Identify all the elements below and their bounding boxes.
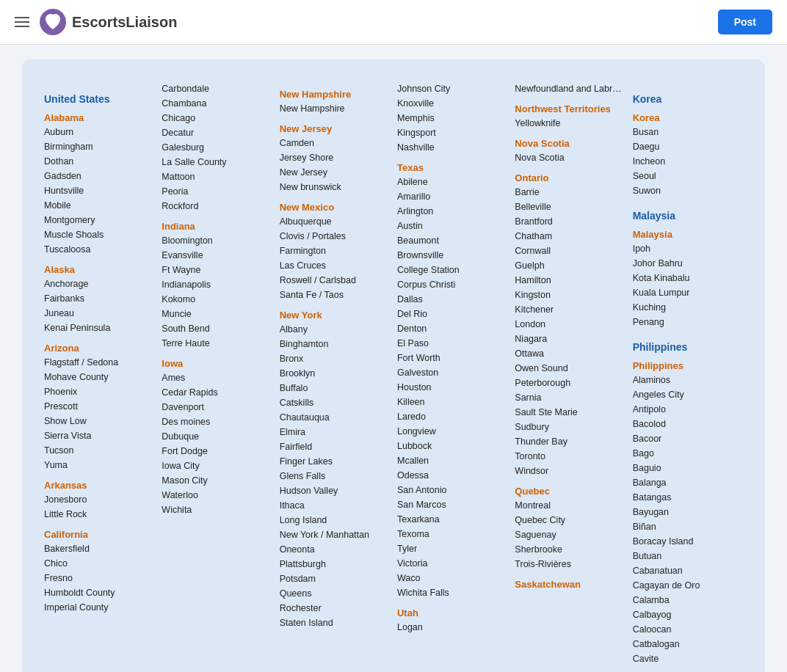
city-link[interactable]: Killeen — [397, 395, 507, 409]
city-link[interactable]: Auburn — [44, 125, 154, 139]
city-link[interactable]: Batangas — [633, 490, 743, 505]
city-link[interactable]: Fairbanks — [44, 291, 154, 306]
city-link[interactable]: Brooklyn — [280, 366, 390, 381]
city-link[interactable]: Caloocan — [633, 622, 743, 637]
city-link[interactable]: Cavite — [633, 651, 743, 666]
city-link[interactable]: Busan — [633, 125, 743, 139]
city-link[interactable]: Wichita Falls — [397, 585, 507, 600]
city-link[interactable]: Corpus Christi — [397, 277, 507, 292]
city-link[interactable]: Johnson City — [397, 81, 507, 96]
city-link[interactable]: Bacoor — [633, 431, 743, 446]
city-link[interactable]: Albuquerque — [280, 214, 390, 229]
city-link[interactable]: Finger Lakes — [280, 454, 390, 469]
city-link[interactable]: Juneau — [44, 306, 154, 321]
city-link[interactable]: London — [515, 317, 625, 332]
city-link[interactable]: Cagayan de Oro — [633, 578, 743, 593]
city-link[interactable]: Tucson — [44, 443, 154, 458]
city-link[interactable]: Mattoon — [162, 169, 272, 184]
city-link[interactable]: Las Cruces — [280, 258, 390, 273]
city-link[interactable]: Denton — [397, 321, 507, 336]
city-link[interactable]: Quebec City — [515, 513, 625, 527]
city-link[interactable]: Imperial County — [44, 600, 154, 615]
city-link[interactable]: Farmington — [280, 244, 390, 258]
city-link[interactable]: Indianapolis — [162, 277, 272, 292]
city-link[interactable]: New York / Manhattan — [280, 527, 390, 542]
city-link[interactable]: Sherbrooke — [515, 542, 625, 557]
city-link[interactable]: Ithaca — [280, 498, 390, 513]
city-link[interactable]: Sarnia — [515, 390, 625, 405]
city-link[interactable]: La Salle County — [162, 155, 272, 169]
city-link[interactable]: Ipoh — [633, 241, 743, 256]
city-link[interactable]: Tuscaloosa — [44, 242, 154, 257]
city-link[interactable]: Carbondale — [162, 81, 272, 96]
city-link[interactable]: Humboldt County — [44, 585, 154, 600]
city-link[interactable]: Thunder Bay — [515, 434, 625, 449]
city-link[interactable]: Longview — [397, 424, 507, 439]
city-link[interactable]: Del Rio — [397, 307, 507, 321]
city-link[interactable]: Chatham — [515, 229, 625, 244]
city-link[interactable]: Camden — [280, 136, 390, 150]
city-link[interactable]: Saguenay — [515, 527, 625, 542]
city-link[interactable]: Elmira — [280, 425, 390, 439]
city-link[interactable]: Bloomington — [162, 233, 272, 248]
city-link[interactable]: Gadsden — [44, 169, 154, 183]
city-link[interactable]: Long Island — [280, 513, 390, 527]
city-link[interactable]: Sudbury — [515, 420, 625, 434]
city-link[interactable]: Des moines — [162, 414, 272, 429]
city-link[interactable]: Beaumont — [397, 233, 507, 248]
city-link[interactable]: Kenai Peninsula — [44, 321, 154, 335]
city-link[interactable]: New Hampshire — [280, 101, 390, 116]
city-link[interactable]: Sierra Vista — [44, 428, 154, 443]
city-link[interactable]: Galesburg — [162, 140, 272, 155]
city-link[interactable]: Victoria — [397, 556, 507, 571]
city-link[interactable]: Clovis / Portales — [280, 229, 390, 244]
city-link[interactable]: Show Low — [44, 414, 154, 428]
city-link[interactable]: Fresno — [44, 571, 154, 585]
city-link[interactable]: Hamilton — [515, 273, 625, 288]
city-link[interactable]: Ames — [162, 370, 272, 385]
city-link[interactable]: Glens Falls — [280, 469, 390, 483]
city-link[interactable]: Seoul — [633, 169, 743, 183]
city-link[interactable]: Chicago — [162, 111, 272, 125]
city-link[interactable]: Butuan — [633, 549, 743, 563]
city-link[interactable]: Boracay Island — [633, 534, 743, 549]
city-link[interactable]: Baguio — [633, 461, 743, 475]
city-link[interactable]: Logan — [397, 620, 507, 635]
city-link[interactable]: Muscle Shoals — [44, 227, 154, 242]
city-link[interactable]: Johor Bahru — [633, 256, 743, 271]
city-link[interactable]: Rochester — [280, 601, 390, 616]
city-link[interactable]: Terre Haute — [162, 336, 272, 351]
city-link[interactable]: Fort Worth — [397, 351, 507, 365]
city-link[interactable]: Antipolo — [633, 402, 743, 417]
city-link[interactable]: Montreal — [515, 498, 625, 513]
city-link[interactable]: Catskills — [280, 395, 390, 410]
city-link[interactable]: Jersey Shore — [280, 150, 390, 165]
city-link[interactable]: Galveston — [397, 365, 507, 380]
city-link[interactable]: Albany — [280, 322, 390, 337]
city-link[interactable]: Bakersfield — [44, 541, 154, 556]
city-link[interactable]: Prescott — [44, 399, 154, 414]
city-link[interactable]: Windsor — [515, 464, 625, 478]
city-link[interactable]: Barrie — [515, 185, 625, 200]
city-link[interactable]: Bacolod — [633, 417, 743, 431]
city-link[interactable]: Potsdam — [280, 571, 390, 586]
hamburger-menu[interactable] — [15, 17, 29, 27]
city-link[interactable]: Abilene — [397, 175, 507, 189]
city-link[interactable]: Amarillo — [397, 189, 507, 204]
city-link[interactable]: Guelph — [515, 258, 625, 273]
city-link[interactable]: Davenport — [162, 400, 272, 414]
city-link[interactable]: Staten Island — [280, 616, 390, 630]
city-link[interactable]: Brownsville — [397, 248, 507, 263]
city-link[interactable]: Montgomery — [44, 213, 154, 227]
city-link[interactable]: Belleville — [515, 200, 625, 214]
city-link[interactable]: Owen Sound — [515, 361, 625, 376]
city-link[interactable]: Austin — [397, 219, 507, 233]
city-link[interactable]: Kokomo — [162, 292, 272, 307]
city-link[interactable]: Dallas — [397, 292, 507, 307]
city-link[interactable]: Peterborough — [515, 376, 625, 390]
city-link[interactable]: Toronto — [515, 449, 625, 464]
city-link[interactable]: Trois-Rivières — [515, 557, 625, 571]
city-link[interactable]: Balanga — [633, 475, 743, 490]
city-link[interactable]: Knoxville — [397, 96, 507, 111]
city-link[interactable]: Cabanatuan — [633, 563, 743, 578]
